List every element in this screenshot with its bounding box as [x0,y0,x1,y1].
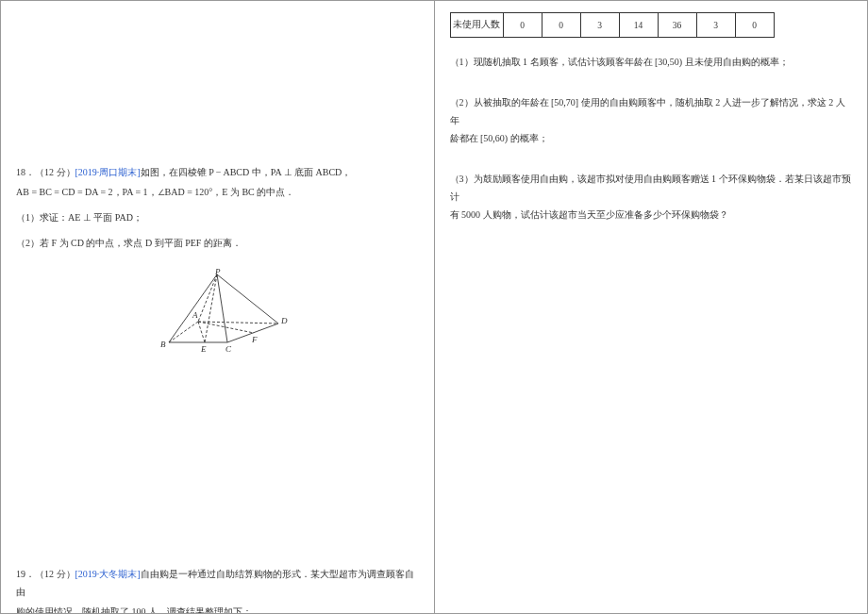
svg-line-9 [198,322,205,342]
problem-19-q1: （1）现随机抽取 1 名顾客，试估计该顾客年龄在 [30,50) 且未使用自由购… [450,53,853,71]
problem-18-q1: （1）求证：AE ⊥ 平面 PAD； [16,208,419,226]
svg-line-0 [169,274,217,342]
left-page: 18．（12 分）[2019·周口期末]如图，在四棱锥 P − ABCD 中，P… [0,0,434,614]
label-P: P [214,269,221,276]
q2-line-a: （2）从被抽取的年龄在 [50,70] 使用的自由购顾客中，随机抽取 2 人进一… [450,93,853,129]
pyramid-figure: P A B E C F D [16,269,419,359]
problem-19-source: [2019·大冬期末] [75,569,141,579]
svg-line-6 [169,322,198,342]
q3-line-a: （3）为鼓励顾客使用自由购，该超市拟对使用自由购顾客赠送 1 个环保购物袋．若某… [450,170,853,206]
label-D: D [280,316,288,325]
nu-5: 3 [696,13,735,38]
nu-4: 36 [658,13,696,38]
pyramid-svg: P A B E C F D [146,269,288,354]
problem-19-line1: 19．（12 分）[2019·大冬期末]自由购是一种通过自助结算购物的形式．某大… [16,565,419,601]
label-A: A [192,310,198,320]
nu-1: 0 [542,13,580,38]
label-B: B [160,340,166,349]
problem-19-number: 19．（12 分） [16,569,75,579]
notused-label: 未使用人数 [450,13,503,38]
nu-2: 3 [580,13,619,38]
svg-line-5 [198,274,217,322]
svg-line-1 [217,274,227,342]
problem-18-number: 18．（12 分） [16,167,75,177]
nu-3: 14 [619,13,658,38]
svg-line-2 [217,274,278,324]
label-E: E [200,344,207,354]
problem-19-q3: （3）为鼓励顾客使用自由购，该超市拟对使用自由购顾客赠送 1 个环保购物袋．若某… [450,170,853,224]
survey-table-part2: 未使用人数 0 0 3 14 36 3 0 [450,12,775,38]
spacer-mid [16,376,419,565]
label-C: C [225,344,232,354]
problem-18-line1: 18．（12 分）[2019·周口期末]如图，在四棱锥 P − ABCD 中，P… [16,163,419,181]
problem-19-intro: 19．（12 分）[2019·大冬期末]自由购是一种通过自助结算购物的形式．某大… [16,565,419,614]
survey-notused-row: 未使用人数 0 0 3 14 36 3 0 [450,13,774,38]
problem-19-q2: （2）从被抽取的年龄在 [50,70] 使用的自由购顾客中，随机抽取 2 人进一… [450,93,853,147]
problem-18-line2: AB = BC = CD = DA = 2，PA = 1，∠BAD = 120°… [16,183,419,201]
nu-6: 0 [735,13,774,38]
svg-line-8 [205,274,217,342]
problem-18-text1: 如图，在四棱锥 P − ABCD 中，PA ⊥ 底面 ABCD， [141,167,352,177]
q3-line-b: 有 5000 人购物，试估计该超市当天至少应准备多少个环保购物袋？ [450,206,853,224]
problem-18-q2: （2）若 F 为 CD 的中点，求点 D 到平面 PEF 的距离． [16,234,419,252]
nu-0: 0 [503,13,542,38]
problem-18-source: [2019·周口期末] [75,167,141,177]
q2-line-b: 龄都在 [50,60) 的概率； [450,129,853,147]
svg-line-7 [198,322,278,324]
problem-19-line2: 购的使用情况，随机抽取了 100 人，调查结果整理如下： [16,603,419,614]
survey-table-part2-wrap: 未使用人数 0 0 3 14 36 3 0 [450,12,853,38]
problem-18: 18．（12 分）[2019·周口期末]如图，在四棱锥 P − ABCD 中，P… [16,163,419,359]
right-page: 未使用人数 0 0 3 14 36 3 0 （1）现随机抽取 1 名顾客，试估计… [434,0,869,614]
top-spacer [16,12,419,163]
label-F: F [251,335,258,344]
